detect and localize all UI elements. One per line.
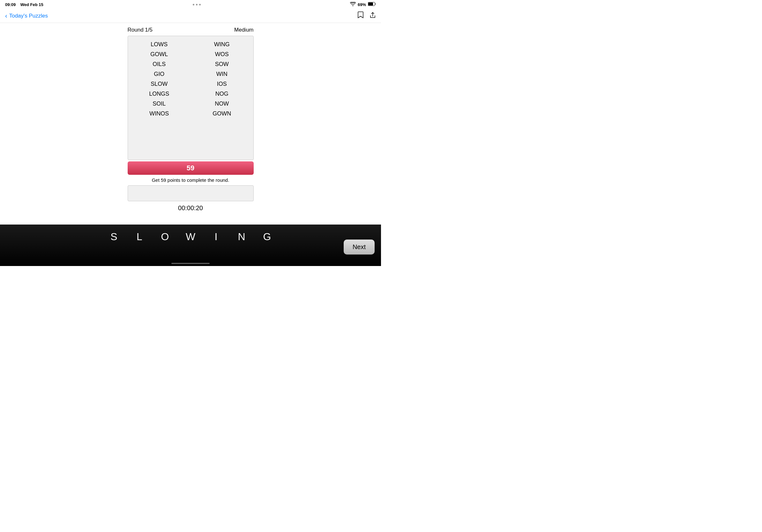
word-row: SOILNOW — [128, 99, 253, 108]
letter-tile[interactable]: G — [261, 231, 273, 243]
status-right: 69% — [350, 2, 376, 7]
word-cell-left: SLOW — [128, 79, 191, 89]
status-time-date: 09:09 Wed Feb 15 — [5, 2, 43, 7]
word-cell-left: LONGS — [128, 89, 191, 99]
score-bar-container: 59 — [128, 162, 254, 175]
word-row: SLOWIOS — [128, 79, 253, 89]
back-label: Today's Puzzles — [9, 13, 48, 19]
word-row: OILSSOW — [128, 60, 253, 69]
status-date: Wed Feb 15 — [21, 2, 43, 7]
battery-icon — [368, 2, 376, 7]
wifi-icon — [350, 2, 356, 7]
difficulty-label: Medium — [234, 27, 253, 33]
word-cell-left: GOWL — [128, 50, 191, 59]
word-row: GIOWIN — [128, 70, 253, 79]
word-cell-left: WINOS — [128, 109, 191, 118]
word-cell-left: GIO — [128, 70, 191, 79]
word-cell-right: WOS — [190, 50, 253, 59]
svg-rect-1 — [368, 3, 373, 5]
word-cell-right: SOW — [190, 60, 253, 69]
back-chevron-icon: ‹ — [5, 12, 7, 20]
letter-tile[interactable]: W — [184, 231, 197, 243]
letter-tile[interactable]: L — [133, 231, 146, 243]
bookmark-icon[interactable] — [357, 11, 364, 21]
status-center-dots — [193, 4, 201, 5]
next-button[interactable]: Next — [344, 239, 375, 254]
word-row: WINOSGOWN — [128, 109, 253, 118]
word-cell-left: LOWS — [128, 40, 191, 49]
word-cell-right: GOWN — [190, 109, 253, 118]
round-header: Round 1/5 Medium — [128, 27, 254, 33]
word-cell-right: IOS — [190, 79, 253, 89]
word-cell-right: NOG — [190, 89, 253, 99]
word-cell-right: WIN — [190, 70, 253, 79]
words-grid: LOWSWINGGOWLWOSOILSSOWGIOWINSLOWIOSLONGS… — [128, 36, 254, 160]
round-label: Round 1/5 — [128, 27, 153, 33]
word-input[interactable] — [128, 185, 254, 201]
back-button[interactable]: ‹ Today's Puzzles — [5, 12, 48, 20]
main-content: Round 1/5 Medium LOWSWINGGOWLWOSOILSSOWG… — [0, 23, 381, 212]
word-cell-right: WING — [190, 40, 253, 49]
home-indicator — [171, 263, 210, 264]
letter-tile[interactable]: I — [210, 231, 222, 243]
word-row: LONGSNOG — [128, 89, 253, 99]
score-bar: 59 — [128, 162, 254, 175]
bottom-bar: SLOWING Next — [0, 225, 381, 266]
score-value: 59 — [187, 164, 194, 172]
word-cell-left: SOIL — [128, 99, 191, 108]
word-cell-left: OILS — [128, 60, 191, 69]
word-row: GOWLWOS — [128, 50, 253, 59]
share-icon[interactable] — [369, 11, 376, 21]
letter-tile[interactable]: N — [235, 231, 248, 243]
status-bar: 09:09 Wed Feb 15 69% — [0, 0, 381, 9]
dot-2 — [196, 4, 197, 5]
dot-1 — [193, 4, 194, 5]
battery-percentage: 69% — [358, 2, 366, 7]
dot-3 — [199, 4, 201, 5]
status-time: 09:09 — [5, 2, 16, 7]
letter-row: SLOWING — [108, 231, 273, 243]
letter-tile[interactable]: S — [108, 231, 120, 243]
nav-bar: ‹ Today's Puzzles — [0, 9, 381, 23]
nav-actions — [357, 11, 376, 21]
timer: 00:00:20 — [178, 204, 203, 212]
word-cell-right: NOW — [190, 99, 253, 108]
letter-tile[interactable]: O — [159, 231, 171, 243]
points-message: Get 59 points to complete the round. — [152, 177, 229, 183]
word-row: LOWSWING — [128, 40, 253, 49]
